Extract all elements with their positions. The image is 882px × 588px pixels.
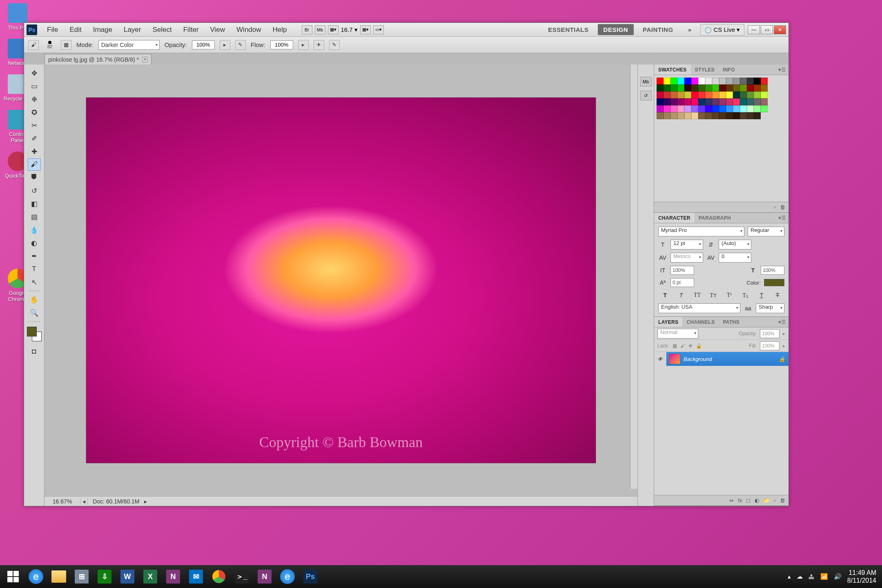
swatch-cell[interactable] — [747, 78, 754, 85]
swatch-cell[interactable] — [733, 85, 740, 91]
swatch-cell[interactable] — [664, 91, 670, 98]
taskbar-onenote[interactable]: N — [162, 567, 185, 586]
swatch-cell[interactable] — [712, 85, 719, 91]
swatch-cell[interactable] — [677, 112, 684, 119]
swatch-cell[interactable] — [761, 78, 768, 85]
start-button[interactable] — [2, 567, 24, 586]
airbrush-icon[interactable]: ✈ — [314, 40, 324, 50]
taskbar-word[interactable]: W — [116, 567, 139, 586]
swatch-cell[interactable] — [733, 98, 740, 105]
tab-swatches[interactable]: SWATCHES — [654, 65, 691, 75]
swatch-cell[interactable] — [684, 91, 691, 98]
kerning-input[interactable]: Metrics — [670, 253, 703, 263]
swatch-cell[interactable] — [691, 91, 698, 98]
close-button[interactable]: ✕ — [774, 25, 786, 34]
swatch-cell[interactable] — [705, 85, 712, 91]
swatch-cell[interactable] — [691, 85, 698, 91]
menu-image[interactable]: Image — [88, 24, 117, 36]
tab-close-icon[interactable]: × — [142, 57, 148, 62]
marquee-tool[interactable]: ▭ — [28, 80, 41, 92]
swatch-cell[interactable] — [705, 105, 712, 112]
swatch-cell[interactable] — [677, 98, 684, 105]
swatch-cell[interactable] — [677, 91, 684, 98]
opacity-pressure-icon[interactable]: ✎ — [235, 40, 246, 50]
swatch-cell[interactable] — [726, 91, 733, 98]
menu-window[interactable]: Window — [232, 24, 266, 36]
opacity-flyout[interactable]: ▸ — [220, 40, 230, 50]
eyedropper-tool[interactable]: ✐ — [28, 132, 41, 145]
strikethrough-button[interactable]: T — [773, 291, 782, 299]
swatch-cell[interactable] — [691, 78, 698, 85]
language-select[interactable]: English: USA — [658, 303, 740, 313]
swatch-cell[interactable] — [719, 91, 726, 98]
document-canvas[interactable]: Copyright © Barb Bowman — [86, 98, 596, 463]
tray-network-icon[interactable]: 🖧 — [808, 573, 815, 580]
swatch-cell[interactable] — [691, 105, 698, 112]
history-brush-tool[interactable]: ↺ — [28, 185, 41, 197]
menu-layer[interactable]: Layer — [119, 24, 146, 36]
swatch-cell[interactable] — [705, 78, 712, 85]
swatch-cell[interactable] — [698, 105, 705, 112]
swatch-cell[interactable] — [684, 105, 691, 112]
font-size-input[interactable]: 12 pt — [670, 240, 703, 249]
swatch-cell[interactable] — [657, 105, 664, 112]
swatch-cell[interactable] — [761, 98, 768, 105]
workspace-design[interactable]: DESIGN — [598, 24, 634, 35]
menu-view[interactable]: View — [205, 24, 230, 36]
type-tool[interactable]: T — [28, 263, 41, 275]
lock-all-icon[interactable]: 🔒 — [696, 343, 702, 349]
status-scroll-left[interactable]: ◂ — [80, 498, 88, 505]
layer-blend-mode[interactable]: Normal — [657, 329, 698, 339]
workspace-more[interactable]: » — [682, 24, 697, 35]
lock-transparency-icon[interactable]: ▩ — [673, 343, 677, 349]
pen-tool[interactable]: ✒ — [28, 250, 41, 262]
tab-styles[interactable]: STYLES — [691, 65, 719, 75]
swatch-cell[interactable] — [664, 85, 670, 91]
swatch-cell[interactable] — [726, 105, 733, 112]
layer-thumbnail[interactable] — [669, 354, 680, 364]
maximize-button[interactable]: ▭ — [761, 25, 773, 34]
swatch-cell[interactable] — [733, 91, 740, 98]
taskbar-mail[interactable]: ✉ — [185, 567, 207, 586]
swatch-cell[interactable] — [719, 78, 726, 85]
swatch-cell[interactable] — [684, 98, 691, 105]
layer-group-icon[interactable]: 📁 — [763, 497, 770, 503]
faux-italic-button[interactable]: T — [677, 291, 686, 299]
workspace-painting[interactable]: PAINTING — [637, 24, 679, 35]
swatch-cell[interactable] — [712, 98, 719, 105]
taskbar-photoshop[interactable]: Ps — [299, 567, 322, 586]
quick-select-tool[interactable]: ✪ — [28, 106, 41, 118]
swatch-cell[interactable] — [740, 78, 747, 85]
swatch-cell[interactable] — [761, 85, 768, 91]
swatch-cell[interactable] — [664, 78, 670, 85]
swatch-cell[interactable] — [754, 105, 761, 112]
allcaps-button[interactable]: TT — [693, 291, 702, 299]
crop-tool[interactable]: ✂ — [28, 119, 41, 131]
swatch-cell[interactable] — [657, 98, 664, 105]
minibridge-panel-icon[interactable]: Mb — [640, 77, 652, 87]
layer-mask-icon[interactable]: ◻ — [746, 497, 751, 503]
swatch-cell[interactable] — [670, 112, 677, 119]
color-swatches[interactable] — [27, 327, 42, 341]
history-panel-icon[interactable]: ↺ — [640, 91, 652, 100]
swatch-cell[interactable] — [698, 98, 705, 105]
character-panel-menu-icon[interactable]: ▾☰ — [776, 215, 788, 221]
brush-tool[interactable]: 🖌 — [28, 158, 41, 171]
swatch-cell[interactable] — [740, 112, 747, 119]
vscale-input[interactable] — [670, 266, 694, 275]
document-tab[interactable]: pinkclose lg.jpg @ 16.7% (RGB/8) * × — [45, 54, 151, 65]
swatch-cell[interactable] — [740, 85, 747, 91]
status-zoom[interactable]: 16.67% — [45, 498, 80, 505]
layer-lock-icon[interactable]: 🔒 — [779, 356, 785, 362]
flow-input[interactable] — [270, 40, 293, 49]
swatch-cell[interactable] — [719, 112, 726, 119]
swatch-cell[interactable] — [754, 78, 761, 85]
cslive-button[interactable]: ◯CS Live▾ — [700, 24, 744, 36]
menu-help[interactable]: Help — [268, 24, 292, 36]
swatch-cell[interactable] — [677, 78, 684, 85]
new-swatch-icon[interactable]: ▫ — [774, 204, 776, 210]
minibridge-button[interactable]: Mb — [315, 25, 325, 34]
swatch-cell[interactable] — [698, 91, 705, 98]
swatch-cell[interactable] — [747, 105, 754, 112]
antialias-select[interactable]: Sharp — [756, 303, 784, 313]
